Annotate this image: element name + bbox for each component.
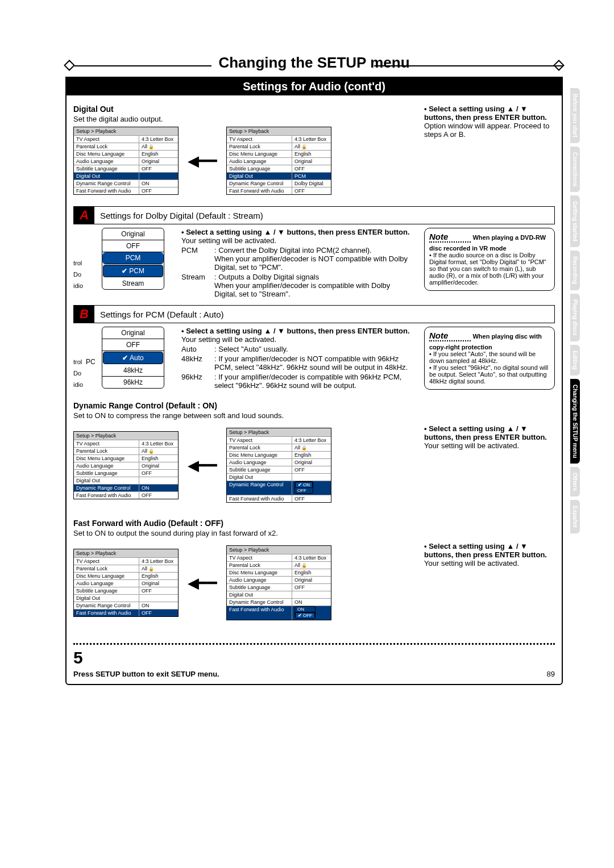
setup-box-left: Setup > Playback TV Aspect4:3 Letter Box… — [73, 127, 179, 195]
setup-row: Audio LanguageOriginal — [74, 157, 178, 165]
setup-row: Subtitle LanguageOFF — [227, 165, 331, 172]
setup-row: Digital Out — [74, 172, 178, 180]
popup-item[interactable]: OFF — [102, 240, 164, 252]
setup-row: Disc Menu LanguageEnglish — [227, 569, 331, 576]
setup-row: Fast Forward with AudioOFF — [74, 609, 178, 616]
drc-heading: Dynamic Range Control (Default : ON) — [73, 401, 555, 410]
dolby-popup: trol Do idio Original OFF PCM ✔ PCM Stre… — [73, 228, 170, 290]
drc-right-text: Your setting will be activated. — [424, 441, 519, 450]
side-tab[interactable]: Recording — [570, 251, 580, 290]
page-title-bar: Changing the SETUP menu — [65, 54, 563, 77]
ffa-heading: Fast Forward with Audio (Default : OFF) — [73, 519, 555, 528]
side-tab[interactable]: Changing the SETUP menu — [570, 379, 580, 464]
side-tab[interactable]: Español — [570, 500, 580, 533]
page-title: Changing the SETUP menu — [211, 52, 416, 74]
popup-item[interactable]: OFF — [102, 339, 164, 351]
side-tab[interactable]: Editing — [570, 345, 580, 375]
note-b: Note When playing disc with copy-right p… — [424, 327, 555, 390]
arrow-left-icon: ◀━━ — [188, 457, 217, 474]
setup-box-ffa-left: Setup > Playback TV Aspect4:3 Letter Box… — [73, 549, 179, 617]
side-tab[interactable]: Playing discs — [570, 294, 580, 341]
side-tabs: Before you startConnectionsGetting start… — [570, 88, 580, 533]
setup-row: Fast Forward with AudioOFF — [74, 187, 178, 194]
a-pcm-text: : Convert the Dolby Digital into PCM(2 c… — [214, 246, 413, 272]
setup-box-ffa-right: Setup > Playback TV Aspect4:3 Letter Box… — [226, 545, 331, 620]
note-a: Note When playing a DVD-RW disc recorded… — [424, 228, 555, 291]
setup-row: Dynamic Range ControlON — [227, 598, 331, 606]
section-drc: Dynamic Range Control (Default : ON) Set… — [67, 397, 562, 514]
note-a-body: If the audio source on a disc is Dolby D… — [429, 252, 550, 286]
setup-row: Fast Forward with AudioOFF — [227, 187, 331, 194]
step-text: Press SETUP button to exit SETUP menu. — [73, 670, 219, 678]
section-a-heading: A Settings for Dolby Digital (Default : … — [73, 206, 555, 224]
page-frame: Settings for Audio (cont'd) Digital Out … — [65, 77, 563, 685]
popup-item[interactable]: Original — [102, 327, 164, 339]
diamond-right-icon — [553, 60, 565, 71]
setup-row: Subtitle LanguageOFF — [74, 587, 178, 594]
page-number: 89 — [547, 670, 555, 678]
setup-row: Audio LanguageOriginal — [74, 579, 178, 587]
setup-row: TV Aspect4:3 Letter Box — [74, 557, 178, 565]
setup-row: Parental LockAll — [227, 143, 331, 150]
setup-row: Dynamic Range ControlON — [74, 180, 178, 187]
setup-row: Fast Forward with AudioONOFF — [227, 606, 331, 620]
setup-row: Subtitle LanguageOFF — [227, 583, 331, 591]
setup-row: Disc Menu LanguageEnglish — [74, 150, 178, 157]
setup-box-drc-left: Setup > Playback TV Aspect4:3 Letter Box… — [73, 431, 179, 499]
section-b-heading: B Settings for PCM (Default : Auto) — [73, 305, 555, 323]
popup-item-selected[interactable]: ✔ PCM — [103, 265, 163, 277]
setup-row: Audio LanguageOriginal — [227, 576, 331, 583]
setup-row: Parental LockAll — [227, 444, 331, 451]
popup-item-selected[interactable]: ✔ Auto — [103, 352, 163, 364]
setup-row: Subtitle LanguageOFF — [74, 469, 178, 477]
setup-row: Subtitle LanguageOFF — [74, 165, 178, 172]
setup-row: Disc Menu LanguageEnglish — [227, 451, 331, 458]
setup-row: Dynamic Range ControlDolby Digital — [227, 180, 331, 187]
a-desc-activated: Your setting will be activated. — [181, 236, 276, 245]
popup-item[interactable]: 48kHz — [102, 365, 164, 377]
setup-row: Digital Out — [227, 473, 331, 481]
drc-right-bold: • Select a setting using ▲ / ▼ buttons, … — [424, 424, 547, 441]
side-tab[interactable]: Getting started — [570, 195, 580, 247]
subtitle: Settings for Audio (cont'd) — [67, 78, 562, 95]
setup-row: TV Aspect4:3 Letter Box — [74, 440, 178, 447]
side-tab[interactable]: Before you start — [570, 88, 580, 143]
setup-breadcrumb: Setup > Playback — [74, 127, 178, 135]
popup-item[interactable]: 96kHz — [102, 377, 164, 388]
diamond-left-icon — [64, 60, 75, 71]
a-desc-bold: • Select a setting using ▲ / ▼ buttons, … — [181, 228, 410, 236]
digital-out-right-text: Option window will appear. Proceed to st… — [424, 122, 549, 139]
setup-row: Audio LanguageOriginal — [74, 462, 178, 469]
popup-item[interactable]: Original — [102, 228, 164, 240]
setup-row: Parental LockAll — [227, 561, 331, 569]
setup-row: Disc Menu LanguageEnglish — [227, 150, 331, 157]
setup-row: Audio LanguageOriginal — [227, 458, 331, 466]
popup-item[interactable]: Stream — [102, 278, 164, 289]
section-digital-out: Digital Out Set the digital audio output… — [67, 95, 562, 206]
setup-row: Disc Menu LanguageEnglish — [74, 572, 178, 579]
step-number: 5 — [73, 648, 555, 667]
side-tab[interactable]: Others — [570, 467, 580, 496]
digital-out-heading: Digital Out — [73, 105, 407, 114]
setup-row: Disc Menu LanguageEnglish — [74, 454, 178, 462]
side-tab[interactable]: Connections — [570, 147, 580, 193]
b-desc-activated: Your setting will be activated. — [181, 335, 276, 344]
setup-row: Audio LanguageOriginal — [227, 157, 331, 165]
section-b-heading-text: Settings for PCM (Default : Auto) — [94, 308, 230, 320]
setup-row: TV Aspect4:3 Letter Box — [74, 135, 178, 143]
setup-row: TV Aspect4:3 Letter Box — [227, 554, 331, 561]
digital-out-desc: Set the digital audio output. — [73, 115, 407, 123]
arrow-left-icon: ◀━━ — [188, 152, 217, 170]
setup-row: Subtitle LanguageOFF — [227, 466, 331, 473]
setup-row: Digital Out — [227, 591, 331, 598]
popup-item[interactable]: PCM — [102, 252, 164, 264]
a-stream-text: : Outputs a Dolby Digital signals When y… — [214, 273, 413, 298]
pcm-popup: trol Do idio PC Original OFF ✔ Auto 48kH… — [73, 327, 170, 389]
setup-row: Fast Forward with AudioOFF — [74, 491, 178, 499]
setup-row: Dynamic Range ControlON — [74, 484, 178, 491]
setup-row: Parental LockAll — [74, 143, 178, 150]
setup-row: Dynamic Range ControlON — [74, 602, 178, 609]
setup-row: Fast Forward with AudioOFF — [227, 495, 331, 502]
setup-row: Dynamic Range ControlONOFF — [227, 481, 331, 495]
digital-out-right-bold: • Select a setting using ▲ / ▼ buttons, … — [424, 105, 547, 122]
